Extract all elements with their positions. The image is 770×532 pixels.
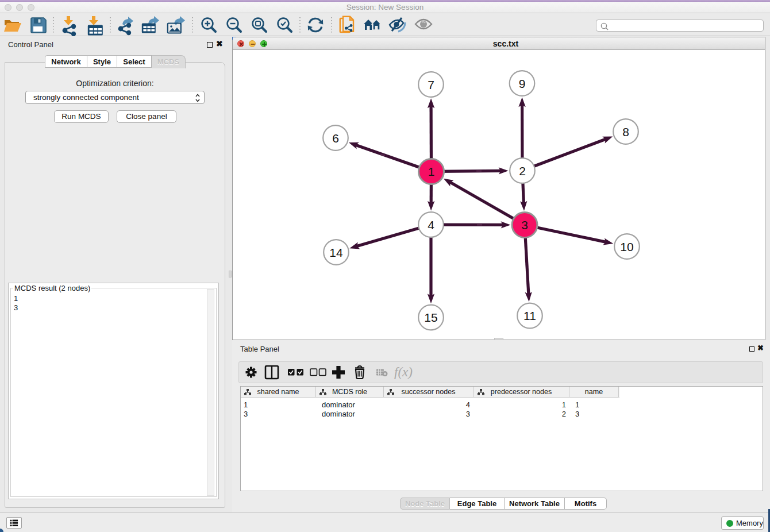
svg-text:11: 11 (523, 309, 536, 322)
svg-text:15: 15 (424, 311, 437, 324)
svg-text:8: 8 (622, 125, 629, 138)
svg-text:10: 10 (620, 240, 633, 253)
svg-text:2: 2 (519, 164, 526, 178)
svg-text:4: 4 (428, 218, 434, 232)
svg-text:f(x): f(x) (394, 365, 413, 379)
svg-text:3: 3 (521, 218, 528, 232)
svg-text:7: 7 (428, 78, 434, 91)
svg-text:1: 1 (428, 165, 435, 178)
svg-text:6: 6 (332, 132, 339, 145)
svg-text:14: 14 (329, 246, 343, 259)
svg-text:9: 9 (519, 77, 526, 90)
